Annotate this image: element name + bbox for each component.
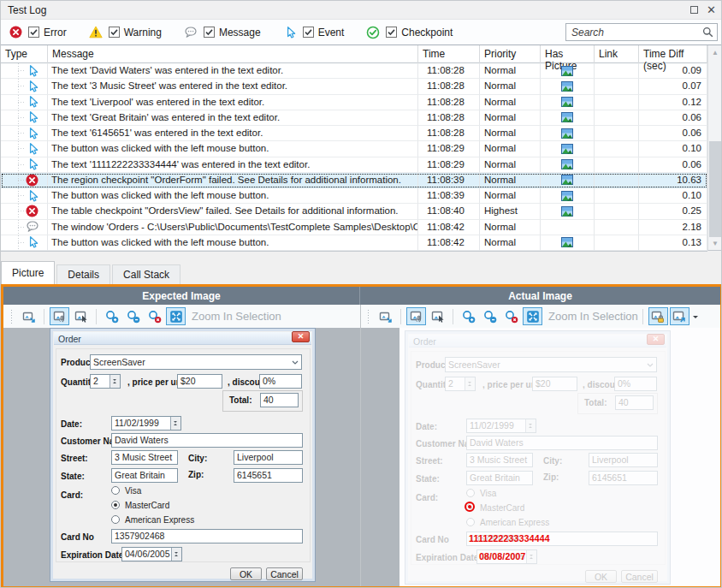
picture-icon [541,141,595,157]
table-scrollbar[interactable]: ▲ ▼ [707,45,722,251]
tab-call-stack[interactable]: Call Stack [112,264,180,284]
message-checkbox[interactable] [204,27,215,38]
event-icon [1,235,48,251]
window-titlebar: Test Log ✕ [1,1,722,20]
zoom-in-button[interactable] [459,307,478,325]
error-checkbox[interactable] [28,27,39,38]
checkpoint-icon [366,26,380,39]
row-message: The text 'David Waters' was entered in t… [48,63,418,79]
log-table-body: The text 'David Waters' was entered in t… [1,63,707,251]
expected-image-canvas[interactable]: Order ✕ Product: ScreenSaver Quantity: 2… [3,328,360,586]
row-timediff: 0.06 [639,157,707,173]
log-row[interactable]: The window 'Orders - C:\Users\Public\Doc… [1,220,707,235]
row-timediff: 0.10 [639,141,707,157]
row-timediff: 0.09 [639,63,707,79]
error-icon [9,26,22,39]
zoom-selection-button[interactable] [523,307,542,325]
row-time: 11:08:28 [418,79,480,94]
scrollbar-thumb[interactable] [709,141,721,237]
dialog-titlebar: Order [54,332,311,345]
product-combo: ScreenSaver [90,354,302,370]
image-cursor-button[interactable] [71,307,91,325]
row-link [595,95,639,110]
zoom-reset-button[interactable] [145,307,164,325]
row-priority: Normal [480,173,541,188]
row-message: The text 'Great Britain' was entered in … [48,110,418,126]
zoom-out-button[interactable] [480,307,500,325]
filter-error: Error [9,26,67,39]
event-checkbox[interactable] [303,27,314,38]
image-popout-button[interactable] [376,307,395,325]
event-icon [1,63,48,79]
dialog-close-button: ✕ [292,331,310,342]
log-row[interactable]: The text '6145651' was entered in the te… [1,126,707,141]
restore-icon[interactable] [690,6,698,14]
city-label: City: [188,454,207,463]
log-row[interactable]: The text '3 Music Street' was entered in… [1,79,707,94]
zip-label: Zip: [543,472,559,482]
checkpoint-checkbox[interactable] [386,27,397,38]
expiration-date-field: 04/06/2005 [121,547,182,561]
dialog-close-button: ✕ [647,334,665,345]
row-priority: Normal [480,188,541,204]
dropdown-caret-icon[interactable] [690,307,701,325]
log-row[interactable]: The text 'Liverpool' was entered in the … [1,95,707,110]
picture-icon [541,79,595,94]
row-priority: Normal [480,157,541,173]
log-row[interactable]: The text '1111222233334444' was entered … [1,157,707,173]
picture-toolbars: Zoom In Selection Zoom In Selection [3,305,720,328]
image-cursor-button[interactable] [428,307,447,325]
row-time: 11:08:29 [418,157,480,173]
discount-field: 0% [259,374,302,389]
row-time: 11:08:29 [418,141,480,157]
row-link [595,63,639,79]
log-row[interactable]: The table checkpoint "OrdersView" failed… [1,204,707,219]
toolbar-grip[interactable] [9,310,14,324]
street-field: 3 Music Street [466,453,533,467]
scroll-up-icon[interactable]: ▲ [708,45,722,59]
event-icon [1,79,48,94]
warning-checkbox[interactable] [109,27,120,38]
quantity-stepper: 2 [445,377,476,391]
toolbar-separator [400,309,401,324]
tab-picture[interactable]: Picture [1,261,55,284]
image-hand-button[interactable] [406,307,426,325]
toolbar-separator [96,309,97,324]
zoom-in-button[interactable] [102,307,121,325]
log-row[interactable]: The text 'Great Britain' was entered in … [1,110,707,126]
log-row-selected[interactable]: The region checkpoint "OrderForm" failed… [1,173,707,188]
log-row[interactable]: The button was clicked with the left mou… [1,235,707,251]
row-priority: Highest [480,204,541,219]
zoom-out-button[interactable] [123,307,143,325]
dialog-titlebar: Order [409,335,666,347]
street-field: 3 Music Street [111,450,178,465]
customer-name-field: David Waters [466,436,658,450]
image-lock-button[interactable] [648,307,668,325]
row-link [595,157,639,173]
row-message: The text '1111222233334444' was entered … [48,157,418,173]
row-priority: Normal [480,79,541,94]
log-row[interactable]: The button was clicked with the left mou… [1,141,707,157]
toolbar-grip[interactable] [366,310,370,324]
actual-image-canvas[interactable]: Order ✕ Product: ScreenSaver Quantity: 2… [361,328,720,586]
close-icon[interactable]: ✕ [707,4,716,15]
actual-background-strip [361,328,399,586]
log-row[interactable]: The text 'David Waters' was entered in t… [1,63,707,79]
row-message: The button was clicked with the left mou… [48,141,418,157]
scroll-down-icon[interactable]: ▼ [708,236,722,250]
zoom-reset-button[interactable] [501,307,521,325]
search-box[interactable] [565,23,718,41]
log-row[interactable]: The button was clicked with the left mou… [1,188,707,204]
image-hand-button[interactable] [50,307,69,325]
image-popout-button[interactable] [19,307,38,325]
event-icon [1,188,48,204]
row-timediff: 0.06 [639,126,707,141]
row-time: 11:08:28 [418,95,480,110]
zoom-selection-button[interactable] [166,307,186,325]
card-no-field: 1357902468 [466,532,658,546]
tab-details[interactable]: Details [56,264,110,284]
image-sync-button[interactable] [670,307,689,325]
search-input[interactable] [571,27,702,39]
row-timediff: 0.06 [639,110,707,126]
zoom-out-icon [483,310,497,324]
